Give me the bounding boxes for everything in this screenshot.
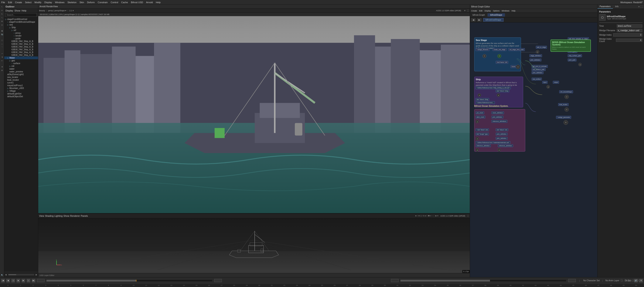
menu-edit[interactable]: Edit xyxy=(8,1,12,3)
node-wedge-filename[interactable]: * wedge_filename xyxy=(476,48,490,51)
render-icon[interactable]: ▦ xyxy=(0,29,4,32)
circle-add-to-stage[interactable]: ● xyxy=(536,50,539,53)
tree-item-boat-locator[interactable]: boat_locator xyxy=(4,78,38,81)
menu-constrain[interactable]: Constrain xyxy=(98,1,108,3)
vp-lighting-menu[interactable]: Lighting xyxy=(54,215,63,217)
menu-create[interactable]: Create xyxy=(15,1,22,3)
timeline-prev-frame[interactable]: ◀ xyxy=(6,279,10,282)
node-set-stage-time[interactable]: set_stage_time_code xyxy=(508,48,525,51)
tree-item-sea[interactable]: ▷ sea xyxy=(4,23,38,26)
timeline-settings-btn[interactable]: ⚙ xyxy=(639,279,643,282)
bf-menu-edit[interactable]: Edit xyxy=(479,10,482,12)
node-alem-mesh[interactable]: alem_mesh xyxy=(476,116,485,118)
node-def-mesh[interactable]: * Def "Mesh" /mtl xyxy=(476,128,489,131)
node-ship-surface-path[interactable]: ship_surface_path xyxy=(568,54,582,57)
tree-item-guide[interactable]: ○ guide xyxy=(4,37,38,40)
tree-item-aiSkydome[interactable]: aiSkyDomeLight1 xyxy=(4,73,38,76)
tree-item-ship-a-1[interactable]: 63B30_FAV_Ship_A_B xyxy=(4,40,38,43)
params-tab-parameters[interactable]: Parameters xyxy=(598,5,613,9)
timeline-track[interactable] xyxy=(46,280,212,282)
curve-icon[interactable]: ⌒ xyxy=(0,46,4,49)
params-panel-expand[interactable]: ⛶ xyxy=(640,5,643,8)
node-prim-def3[interactable]: prim_definition xyxy=(496,137,508,140)
polygon-icon[interactable]: ⬡ xyxy=(0,39,4,42)
node-define-ref2[interactable]: * Define Reference from... xyxy=(476,101,495,104)
params-tab-info[interactable]: Info xyxy=(613,5,621,9)
tree-item-geo[interactable]: ▷ geo xyxy=(4,59,38,62)
params-wedge-index-value[interactable] xyxy=(613,33,642,36)
tree-item-defaultLightSet[interactable]: defaultLightSet xyxy=(4,92,38,95)
vp-beauty-btn[interactable]: Beauty xyxy=(39,9,45,12)
camera-icon[interactable]: 📷 xyxy=(0,33,4,36)
viewport-top[interactable]: 00:03:03 | 1280x720 | CPU | perspShape (… xyxy=(38,13,470,213)
menu-modify[interactable]: Modify xyxy=(34,1,41,3)
tree-item-ship[interactable]: ▷ Ship xyxy=(4,26,38,29)
node-define-ref-materials[interactable]: * Define Reference from "materials/mater… xyxy=(476,141,510,144)
node-sea-surface-path[interactable]: sea_surface_path xyxy=(532,68,546,71)
bifrost-nav-forward[interactable]: ▶ xyxy=(477,18,482,21)
tree-item-mountain[interactable]: ▷ Mountain_v003 xyxy=(4,87,38,90)
node-create-sea-stage[interactable]: create_sea_stage xyxy=(492,48,506,51)
menu-arnold[interactable]: Arnold xyxy=(146,1,153,3)
params-wedge-index-count-value[interactable] xyxy=(616,39,642,42)
menu-select[interactable]: Select xyxy=(25,1,32,3)
timeline-stop[interactable]: ■ xyxy=(16,279,20,282)
outliner-scroll-left[interactable]: ◀ xyxy=(5,274,6,276)
vp-colormode-dropdown[interactable]: ACES 1.0 SDR-video (sRGB) xyxy=(436,9,461,12)
tree-item-village[interactable]: ▷ Village xyxy=(4,90,38,92)
tree-item-ref[interactable]: ▷ ref xyxy=(4,29,38,32)
move-tool-icon[interactable]: ✛ xyxy=(0,9,4,12)
bf-menu-windows[interactable]: Windows xyxy=(502,10,510,12)
params-time-value[interactable] xyxy=(617,24,642,27)
node-circle-1[interactable]: ⊕ xyxy=(482,54,486,58)
bf-menu-help[interactable]: Help xyxy=(512,10,516,12)
node-circle-out[interactable]: ◎ xyxy=(516,65,520,69)
nurbs-icon[interactable]: ◌ xyxy=(0,42,4,46)
node-ref-def[interactable]: reference_definition xyxy=(476,144,491,147)
vp-panels-menu[interactable]: Panels xyxy=(81,215,88,217)
tree-item-mtl[interactable]: ▷ mtl xyxy=(4,65,38,67)
menu-file[interactable]: File xyxy=(1,1,5,3)
circle-sea-surface[interactable]: ● xyxy=(546,85,550,88)
timeline-playhead[interactable] xyxy=(136,280,136,282)
menu-skeleton[interactable]: Skeleton xyxy=(67,1,76,3)
outliner-menu-show[interactable]: Show xyxy=(14,9,20,12)
tree-item-mayaUsdProxy1[interactable]: mayaUsdProxy1 xyxy=(4,84,38,87)
outliner-menu-help[interactable]: Help xyxy=(22,9,26,12)
node-add-to-stage[interactable]: add_to_stage xyxy=(536,46,547,49)
bifrost-nav-back[interactable]: ◀ xyxy=(471,18,476,21)
tree-item-sea-locator[interactable]: sea_locator xyxy=(4,76,38,78)
timeline-play-forward[interactable]: ▶ xyxy=(22,279,25,282)
tree-item-water-preview[interactable]: water_preview xyxy=(4,70,38,73)
bifrost-tab-graph[interactable]: bifrost-Graph xyxy=(470,13,488,16)
tree-item-ship-a-4[interactable]: 63B30_FAV_Ship_A_B xyxy=(4,48,38,51)
vp-bottom-expand-btn[interactable]: ⛶ xyxy=(467,215,469,217)
vp-shading-menu[interactable]: Shading xyxy=(45,215,54,217)
bifrost-canvas[interactable]: Sea Stage Bifrost generates the sea surf… xyxy=(470,22,597,277)
select-tool-icon[interactable]: ↖ xyxy=(0,5,4,8)
outliner-search-input[interactable] xyxy=(6,13,37,17)
node-prim-definition[interactable]: prim_definition xyxy=(492,116,503,118)
node-def-scope[interactable]: Def "Scope" /geo xyxy=(476,133,489,135)
search-icon[interactable]: 🔍 xyxy=(0,274,4,277)
tree-item-proxy[interactable]: ○ proxy xyxy=(4,32,38,34)
node-mesh-definition[interactable]: mesh_definition xyxy=(492,111,504,114)
node-prim-def2[interactable]: prim_definition xyxy=(496,133,508,135)
outliner-menu-display[interactable]: Display xyxy=(6,9,13,12)
tree-item-ship-a-5[interactable]: 63B30_FAV_Ship_A_B xyxy=(4,51,38,54)
vp-top-expand-btn[interactable]: ⛶ xyxy=(467,9,469,12)
node-reference-defs[interactable]: reference_definitions xyxy=(492,120,508,123)
node-def-xform[interactable]: Def "Xform" /Ship xyxy=(496,90,509,92)
tree-item-defaultObjectSet[interactable]: defaultObjectSet xyxy=(4,95,38,98)
vp-camera-dropdown[interactable]: persp | perspShape ▾ xyxy=(48,9,66,12)
circle-wedge[interactable]: ⊕ xyxy=(564,120,568,125)
viewport-bottom[interactable]: 0.1 fps X Y xyxy=(38,218,470,273)
timeline-skip-start[interactable]: |◀ xyxy=(1,279,5,282)
node-output[interactable]: output xyxy=(553,81,559,84)
paint-icon[interactable]: ✏ xyxy=(0,59,4,62)
bf-menu-options[interactable]: Options xyxy=(493,10,500,12)
menu-bifrost-usd[interactable]: Bifrost USD xyxy=(131,1,143,3)
tree-item-render[interactable]: ○ render xyxy=(4,34,38,37)
menu-display[interactable]: Display xyxy=(44,1,52,3)
menu-windows[interactable]: Windows xyxy=(55,1,64,3)
